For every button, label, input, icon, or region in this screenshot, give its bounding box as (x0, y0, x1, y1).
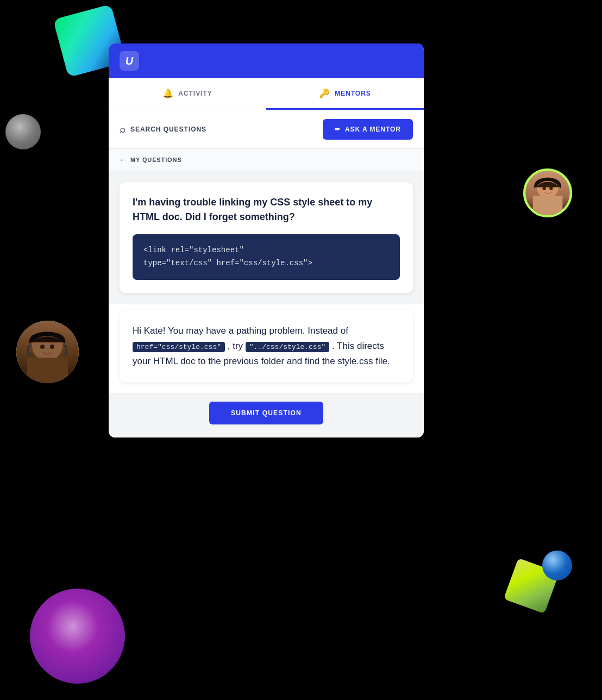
svg-point-9 (50, 345, 54, 349)
decorative-purple-circle (30, 589, 125, 684)
answer-code1: href="css/style.css" (133, 342, 225, 352)
key-icon: 🔑 (319, 88, 330, 98)
app-card: U 🔔 ACTIVITY 🔑 MENTORS ⌕ SEARCH QUESTION… (109, 43, 424, 438)
mentor-avatar-image (525, 171, 570, 215)
question-section: I'm having trouble linking my CSS style … (109, 171, 424, 304)
app-header: U (109, 43, 424, 78)
svg-point-4 (549, 186, 553, 190)
answer-intro: Hi Kate! You may have a pathing problem.… (133, 326, 348, 336)
code-block: <link rel="stylesheet" type="text/css" h… (133, 234, 400, 280)
decorative-gray-circle (5, 114, 41, 149)
bell-icon: 🔔 (162, 88, 174, 98)
answer-code2: "../css/style.css" (246, 342, 329, 352)
code-line-2: type="text/css" href="css/style.css"> (143, 257, 389, 270)
back-navigation[interactable]: ← MY QUESTIONS (109, 149, 424, 171)
ask-mentor-label: ASK A MENTOR (345, 126, 401, 133)
svg-rect-2 (533, 196, 563, 213)
back-nav-label: MY QUESTIONS (130, 157, 182, 163)
svg-rect-7 (27, 358, 68, 383)
search-label: SEARCH QUESTIONS (130, 126, 206, 133)
nav-tabs: 🔔 ACTIVITY 🔑 MENTORS (109, 78, 424, 110)
mentor-avatar (523, 168, 572, 217)
ask-mentor-button[interactable]: ✏ ASK A MENTOR (323, 119, 413, 140)
tab-mentors-label: MENTORS (335, 90, 371, 97)
edit-icon: ✏ (335, 126, 341, 133)
app-logo: U (120, 51, 139, 71)
svg-point-8 (40, 345, 45, 349)
answer-middle: , try (225, 341, 246, 351)
submit-area: SUBMIT QUESTION (109, 393, 424, 438)
tab-mentors[interactable]: 🔑 MENTORS (266, 78, 424, 110)
answer-text: Hi Kate! You may have a pathing problem.… (133, 323, 400, 369)
action-row: ⌕ SEARCH QUESTIONS ✏ ASK A MENTOR (109, 110, 424, 149)
tab-activity-label: ACTIVITY (178, 90, 212, 97)
student-avatar-image (16, 321, 79, 383)
decorative-blue-circle (542, 551, 572, 580)
question-text: I'm having trouble linking my CSS style … (133, 195, 400, 224)
question-bubble: I'm having trouble linking my CSS style … (120, 182, 413, 293)
tab-activity[interactable]: 🔔 ACTIVITY (109, 78, 266, 110)
arrow-left-icon: ← (120, 157, 126, 163)
student-avatar (16, 321, 79, 383)
answer-bubble: Hi Kate! You may have a pathing problem.… (120, 310, 413, 382)
code-line-1: <link rel="stylesheet" (143, 244, 389, 257)
svg-point-3 (542, 186, 545, 190)
submit-question-button[interactable]: SUBMIT QUESTION (209, 402, 323, 424)
search-questions-button[interactable]: ⌕ SEARCH QUESTIONS (120, 124, 316, 135)
search-icon: ⌕ (120, 124, 126, 135)
